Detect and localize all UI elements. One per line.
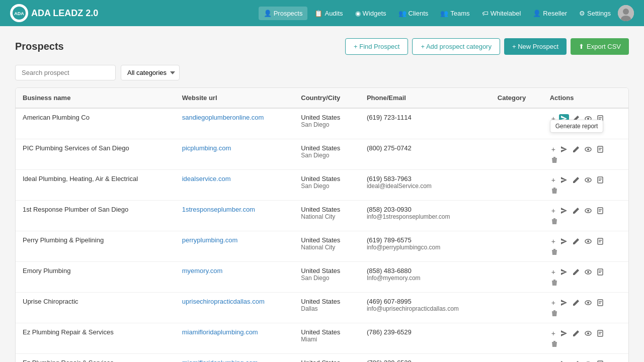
- website-cell: perryplumbing.com: [175, 231, 294, 262]
- send-button[interactable]: [559, 145, 569, 154]
- nav-item-reseller[interactable]: 👤 Reseller: [528, 7, 572, 20]
- business-name-cell: Ideal Plumbing, Heating, Air & Electrica…: [16, 170, 175, 201]
- country-text: United States: [301, 359, 353, 362]
- new-prospect-button[interactable]: + New Prospect: [504, 38, 567, 55]
- send-button[interactable]: [559, 206, 569, 215]
- send-button[interactable]: [559, 298, 569, 307]
- action-row-top: +: [550, 267, 621, 277]
- edit-button[interactable]: [571, 175, 581, 185]
- nav-item-teams[interactable]: 👥 Teams: [435, 7, 474, 20]
- action-row-bottom: [550, 339, 621, 348]
- edit-button[interactable]: [571, 329, 581, 338]
- view-button[interactable]: [583, 329, 593, 338]
- send-button[interactable]: [559, 359, 569, 362]
- report-button[interactable]: [595, 359, 605, 362]
- svg-rect-12: [598, 146, 603, 152]
- report-button[interactable]: [595, 329, 605, 338]
- export-csv-button[interactable]: ⬆ Export CSV: [571, 38, 629, 55]
- delete-button[interactable]: [550, 155, 559, 164]
- svg-point-26: [587, 240, 589, 242]
- report-button[interactable]: [595, 267, 605, 277]
- website-link[interactable]: 1stresponseplumber.com: [182, 206, 255, 213]
- nav-item-whitelabel[interactable]: 🏷 Whitelabel: [477, 7, 526, 20]
- report-button[interactable]: [595, 175, 605, 185]
- add-button[interactable]: +: [550, 206, 557, 216]
- action-row-top: +: [550, 328, 621, 338]
- delete-button[interactable]: [550, 278, 559, 287]
- delete-button[interactable]: [550, 247, 559, 256]
- delete-button[interactable]: [550, 309, 559, 318]
- edit-button[interactable]: [571, 145, 581, 154]
- view-button[interactable]: [583, 206, 593, 215]
- delete-button[interactable]: [550, 339, 559, 348]
- nav-item-audits[interactable]: 📋 Audits: [309, 7, 348, 20]
- audits-icon: 📋: [314, 10, 323, 17]
- nav-item-clients[interactable]: 👥 Clients: [393, 7, 434, 20]
- location-cell: United StatesSan Diego: [294, 170, 360, 201]
- add-button[interactable]: +: [550, 298, 557, 308]
- edit-button[interactable]: [571, 237, 581, 246]
- table-row: PIC Plumbing Services of San Diegopicplu…: [16, 139, 628, 170]
- export-icon: ⬆: [579, 43, 584, 50]
- report-button[interactable]: [595, 237, 605, 246]
- edit-button[interactable]: [571, 298, 581, 307]
- delete-button[interactable]: [550, 186, 559, 195]
- nav-item-settings[interactable]: ⚙ Settings: [574, 7, 616, 20]
- report-button[interactable]: [595, 145, 605, 154]
- add-button[interactable]: +: [550, 328, 557, 338]
- view-button[interactable]: [583, 175, 593, 185]
- nav-item-widgets[interactable]: ◉ Widgets: [350, 7, 391, 20]
- website-link[interactable]: uprisechiropracticdallas.com: [182, 298, 265, 305]
- view-button[interactable]: [583, 298, 593, 307]
- whitelabel-icon: 🏷: [482, 10, 489, 17]
- add-button[interactable]: +: [550, 359, 557, 362]
- add-category-button[interactable]: + Add prospect category: [412, 38, 500, 55]
- location-cell: United StatesMiami: [294, 323, 360, 354]
- view-button[interactable]: [583, 145, 593, 154]
- action-row-top: +: [550, 206, 621, 216]
- add-button[interactable]: +: [550, 267, 557, 277]
- edit-button[interactable]: [571, 359, 581, 362]
- website-link[interactable]: picplumbing.com: [182, 144, 231, 152]
- svg-point-11: [587, 148, 589, 150]
- website-link[interactable]: idealservice.com: [182, 175, 231, 183]
- svg-text:ADA: ADA: [14, 11, 24, 16]
- find-prospect-button[interactable]: + Find Prospect: [345, 38, 408, 55]
- website-link[interactable]: miamifloridaplumbing.com: [182, 328, 258, 336]
- category-cell: [491, 231, 543, 262]
- website-link[interactable]: perryplumbing.com: [182, 236, 238, 244]
- add-button[interactable]: +: [550, 175, 557, 185]
- business-name-cell: American Plumbing Co: [16, 108, 175, 139]
- report-button[interactable]: [595, 298, 605, 307]
- send-button[interactable]: [559, 329, 569, 338]
- actions-cell: +: [543, 323, 628, 354]
- search-input[interactable]: [15, 65, 116, 80]
- add-button[interactable]: +: [550, 236, 557, 246]
- nav-item-prospects[interactable]: 👤 Prospects: [259, 7, 308, 20]
- phone-text: (619) 723-1114: [367, 114, 484, 121]
- view-button[interactable]: [583, 267, 593, 277]
- category-select[interactable]: All categories: [121, 65, 180, 80]
- table-row: 1st Response Plumber of San Diego1stresp…: [16, 201, 628, 231]
- website-link[interactable]: sandiegoplumberonline.com: [182, 114, 264, 121]
- website-link[interactable]: miamifloridaplumbing.com: [182, 359, 258, 362]
- delete-button[interactable]: [550, 217, 559, 226]
- add-button[interactable]: +: [550, 144, 557, 154]
- send-button[interactable]: [559, 175, 569, 185]
- report-button[interactable]: [595, 206, 605, 215]
- edit-button[interactable]: [571, 206, 581, 215]
- send-button[interactable]: [559, 267, 569, 277]
- view-button[interactable]: [583, 237, 593, 246]
- action-row-bottom: [550, 217, 621, 226]
- view-button[interactable]: [583, 359, 593, 362]
- location-cell: United StatesNational City: [294, 231, 360, 262]
- user-avatar[interactable]: [618, 5, 634, 21]
- email-text: info@perryplumbingco.com: [367, 244, 484, 251]
- country-text: United States: [301, 144, 353, 152]
- phone-text: (858) 203-0930: [367, 206, 484, 213]
- edit-button[interactable]: [571, 267, 581, 277]
- col-website: Website url: [175, 88, 294, 108]
- website-link[interactable]: myemory.com: [182, 267, 223, 275]
- send-button[interactable]: [559, 237, 569, 246]
- svg-rect-17: [598, 177, 603, 183]
